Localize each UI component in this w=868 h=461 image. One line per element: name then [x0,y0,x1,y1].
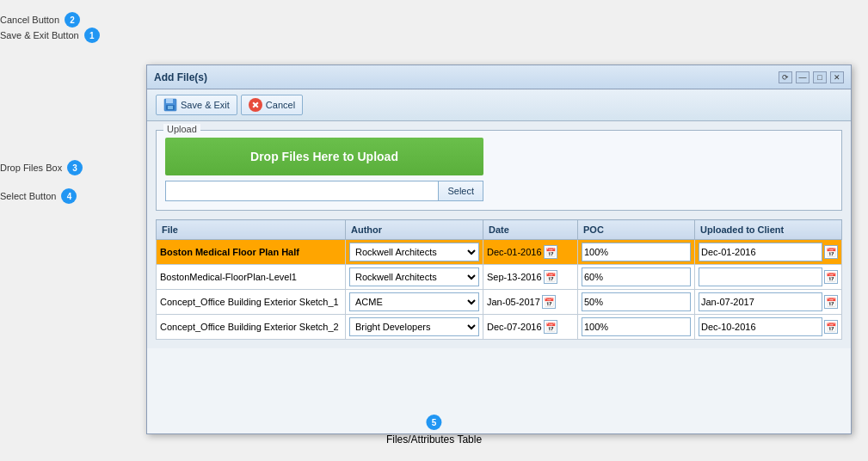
save-icon [163,98,177,112]
uploaded-client-cell: 📅 [695,240,842,265]
date-cell: Dec-07-2016📅 [483,315,578,340]
select-button-annotation-label: Select Button [0,191,56,201]
poc-cell [578,265,695,290]
author-cell: Rockwell Architects [346,265,483,290]
poc-input[interactable] [582,267,691,286]
table-row: Boston Medical Floor Plan HalfRockwell A… [157,240,842,265]
uploaded-date-input[interactable] [699,317,822,336]
upload-legend: Upload [163,124,200,134]
drop-files-box[interactable]: Drop Files Here to Upload [165,138,483,175]
table-row: BostonMedical-FloorPlan-Level1Rockwell A… [157,265,842,290]
calendar-icon[interactable]: 📅 [544,270,557,284]
author-select[interactable]: Bright Developers [349,317,479,336]
author-select[interactable]: Rockwell Architects [349,267,479,286]
files-table-annotation: 5 Files/Attributes Table [386,415,482,446]
poc-cell [578,315,695,340]
annotation-badge-4: 4 [61,188,77,204]
uploaded-date-input[interactable] [699,267,822,286]
date-text: Dec-01-2016 [487,247,542,257]
col-author: Author [346,220,483,240]
date-cell: Sep-13-2016📅 [483,265,578,290]
calendar-icon[interactable]: 📅 [544,245,557,259]
annotation-badge-3: 3 [67,160,83,175]
col-date: Date [483,220,578,240]
upload-calendar-icon[interactable]: 📅 [824,295,838,309]
author-cell: ACME [346,290,483,315]
date-text: Sep-13-2016 [487,272,542,282]
table-row: Concept_Office Building Exterior Sketch_… [157,315,842,340]
files-table-annotation-label: Files/Attributes Table [386,433,482,446]
select-row: Select [165,181,483,201]
author-cell: Bright Developers [346,315,483,340]
date-text: Dec-07-2016 [487,322,542,332]
upload-group: Upload Drop Files Here to Upload Select [156,130,842,211]
refresh-button[interactable]: ⟳ [779,71,792,83]
author-select[interactable]: Rockwell Architects [349,243,479,261]
file-cell: Concept_Office Building Exterior Sketch_… [157,315,346,340]
annotation-badge-5: 5 [426,415,441,430]
dialog-titlebar: Add File(s) ⟳ — □ ✕ [147,65,851,89]
annotation-badge-2: 2 [65,12,80,28]
table-header-row: File Author Date POC Uploaded to Client [157,220,842,240]
uploaded-client-cell: 📅 [695,315,842,340]
col-poc: POC [578,220,695,240]
minimize-button[interactable]: — [796,71,810,83]
cancel-button-annotation-label: Cancel Button [0,15,59,25]
svg-rect-3 [168,106,173,109]
svg-rect-1 [166,99,173,103]
file-cell: Concept_Office Building Exterior Sketch_… [157,290,346,315]
calendar-icon[interactable]: 📅 [544,320,557,334]
add-files-dialog: Add File(s) ⟳ — □ ✕ Save & Exit Cancel U… [146,65,852,434]
close-button[interactable]: ✕ [830,71,844,83]
table-row: Concept_Office Building Exterior Sketch_… [157,290,842,315]
maximize-button[interactable]: □ [813,71,827,83]
save-exit-button[interactable]: Save & Exit [156,95,237,115]
date-text: Jan-05-2017 [487,297,540,307]
dialog-title: Add File(s) [154,71,207,83]
drop-files-annotation-label: Drop Files Box [0,163,62,173]
poc-input[interactable] [582,243,691,261]
select-button[interactable]: Select [438,181,483,201]
poc-input[interactable] [582,292,691,311]
poc-cell [578,240,695,265]
author-select[interactable]: ACME [349,292,479,311]
file-cell: BostonMedical-FloorPlan-Level1 [157,265,346,290]
save-exit-annotation-label: Save & Exit Button [0,30,79,40]
upload-calendar-icon[interactable]: 📅 [824,270,838,284]
dialog-content: Upload Drop Files Here to Upload Select … [147,121,851,348]
uploaded-client-cell: 📅 [695,290,842,315]
annotation-badge-1: 1 [84,28,100,43]
date-cell: Dec-01-2016📅 [483,240,578,265]
cancel-label: Cancel [266,100,295,110]
files-table: File Author Date POC Uploaded to Client … [156,219,842,340]
file-cell: Boston Medical Floor Plan Half [157,240,346,265]
uploaded-client-cell: 📅 [695,265,842,290]
uploaded-date-input[interactable] [699,292,822,311]
calendar-icon[interactable]: 📅 [542,295,556,309]
cancel-button[interactable]: Cancel [241,95,303,115]
date-cell: Jan-05-2017📅 [483,290,578,315]
select-file-input[interactable] [165,181,438,201]
toolbar: Save & Exit Cancel [147,89,851,121]
col-uploaded: Uploaded to Client [695,220,842,240]
poc-input[interactable] [582,317,691,336]
uploaded-date-input[interactable] [699,243,822,261]
save-exit-label: Save & Exit [181,100,230,110]
titlebar-controls: ⟳ — □ ✕ [779,71,844,83]
author-cell: Rockwell Architects [346,240,483,265]
col-file: File [157,220,346,240]
cancel-icon [249,98,262,112]
upload-calendar-icon[interactable]: 📅 [824,320,838,334]
poc-cell [578,290,695,315]
upload-calendar-icon[interactable]: 📅 [824,245,838,259]
